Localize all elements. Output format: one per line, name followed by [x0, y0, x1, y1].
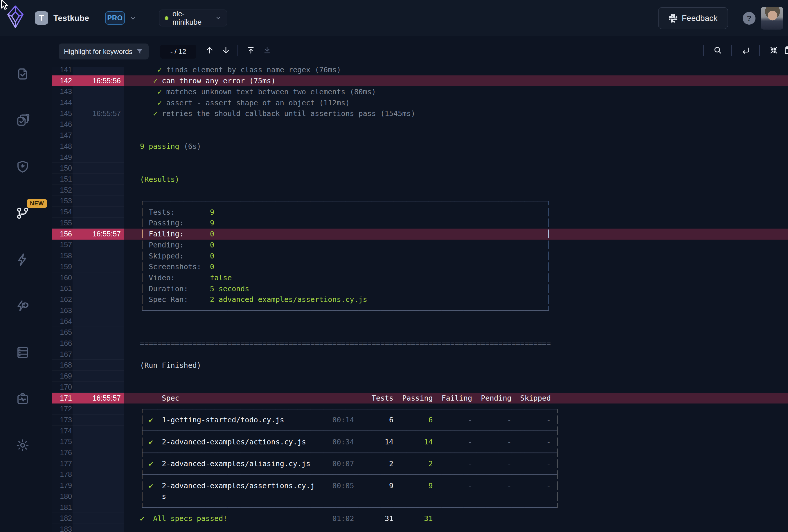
- line-number[interactable]: 173: [52, 414, 73, 426]
- log-row[interactable]: 147: [52, 130, 788, 141]
- line-number[interactable]: 160: [52, 272, 73, 283]
- log-row[interactable]: 17116:55:57 Spec Tests Passing Failing P…: [52, 393, 788, 404]
- log-row[interactable]: 161 │ Duration: 5 seconds │: [52, 283, 788, 294]
- log-row[interactable]: 181 └───────────────────────────────────…: [52, 502, 788, 513]
- log-row[interactable]: 170: [52, 382, 788, 393]
- line-number[interactable]: 144: [52, 97, 73, 108]
- line-number[interactable]: 183: [52, 524, 73, 532]
- line-number[interactable]: 170: [52, 382, 73, 393]
- line-number[interactable]: 178: [52, 469, 73, 480]
- line-number[interactable]: 177: [52, 458, 73, 469]
- log-row[interactable]: 163 └───────────────────────────────────…: [52, 305, 788, 316]
- log-row[interactable]: 159 │ Screenshots: 0 │: [52, 261, 788, 272]
- line-number[interactable]: 154: [52, 207, 73, 218]
- sidebar-item-settings[interactable]: [15, 437, 31, 453]
- sidebar-item-triggers[interactable]: [15, 251, 31, 268]
- wrap-lines-button[interactable]: [739, 44, 752, 57]
- line-number[interactable]: 159: [52, 261, 73, 272]
- line-number[interactable]: 142: [52, 76, 73, 86]
- feedback-button[interactable]: Feedback: [658, 7, 728, 29]
- log-row[interactable]: 179 │ ✔ 2-advanced-examples/assertions.c…: [52, 480, 788, 491]
- log-row[interactable]: 158 │ Skipped: 0 │: [52, 250, 788, 261]
- search-button[interactable]: [711, 44, 724, 57]
- line-number[interactable]: 166: [52, 338, 73, 349]
- help-button[interactable]: ?: [743, 12, 755, 25]
- sidebar-item-tests[interactable]: [15, 66, 31, 82]
- line-number[interactable]: 182: [52, 513, 73, 524]
- log-row[interactable]: 177 │ ✔ 2-advanced-examples/aliasing.cy.…: [52, 458, 788, 469]
- scroll-to-bottom-button[interactable]: [261, 44, 274, 57]
- next-match-button[interactable]: [219, 44, 232, 57]
- keyword-highlight-filter[interactable]: Highlight for keywords: [59, 43, 149, 59]
- log-row[interactable]: 172 ┌───────────────────────────────────…: [52, 404, 788, 414]
- line-number[interactable]: 152: [52, 185, 73, 196]
- line-number[interactable]: 145: [52, 108, 73, 119]
- line-number[interactable]: 165: [52, 327, 73, 338]
- line-number[interactable]: 180: [52, 491, 73, 502]
- line-number[interactable]: 155: [52, 218, 73, 229]
- log-row[interactable]: 144 ✓ assert - assert shape of an object…: [52, 97, 788, 108]
- line-number[interactable]: 149: [52, 152, 73, 163]
- sidebar-item-test-suites[interactable]: [15, 112, 31, 128]
- log-row[interactable]: 169: [52, 371, 788, 382]
- line-number[interactable]: 175: [52, 436, 73, 447]
- line-number[interactable]: 171: [52, 393, 73, 404]
- log-row[interactable]: 146: [52, 119, 788, 130]
- log-row[interactable]: 167: [52, 349, 788, 360]
- line-number[interactable]: 147: [52, 130, 73, 141]
- user-avatar[interactable]: [761, 7, 783, 29]
- log-row[interactable]: 165: [52, 327, 788, 338]
- log-row[interactable]: 153 ┌───────────────────────────────────…: [52, 196, 788, 207]
- log-row[interactable]: 180 │ s │: [52, 491, 788, 502]
- previous-match-button[interactable]: [203, 44, 216, 57]
- line-number[interactable]: 167: [52, 349, 73, 360]
- log-row[interactable]: 149: [52, 152, 788, 163]
- line-number[interactable]: 156: [52, 229, 73, 240]
- log-row[interactable]: 182 ✔ All specs passed! 01:02 31 31 - - …: [52, 513, 788, 524]
- line-number[interactable]: 146: [52, 119, 73, 130]
- log-row[interactable]: 150: [52, 163, 788, 174]
- log-row[interactable]: 154 │ Tests: 9 │: [52, 207, 788, 218]
- log-row[interactable]: 162 │ Spec Ran: 2-advanced-examples/asse…: [52, 294, 788, 305]
- sidebar-item-status-pages[interactable]: [15, 391, 31, 407]
- log-row[interactable]: 168 (Run Finished): [52, 360, 788, 371]
- line-number[interactable]: 181: [52, 502, 73, 513]
- match-counter[interactable]: - / 12: [160, 45, 196, 59]
- log-row[interactable]: 14516:55:57 ✓ retries the should callbac…: [52, 108, 788, 119]
- log-row[interactable]: 166 ====================================…: [52, 338, 788, 349]
- line-number[interactable]: 163: [52, 305, 73, 316]
- log-row[interactable]: 174 ├───────────────────────────────────…: [52, 426, 788, 436]
- sidebar-item-executors[interactable]: [15, 159, 31, 175]
- line-number[interactable]: 172: [52, 404, 73, 414]
- line-number[interactable]: 148: [52, 141, 73, 152]
- log-row[interactable]: 15616:55:57 │ Failing: 0 │: [52, 229, 788, 240]
- line-number[interactable]: 157: [52, 240, 73, 251]
- log-row[interactable]: 160 │ Video: false │: [52, 272, 788, 283]
- log-row[interactable]: 173 │ ✔ 1-getting-started/todo.cy.js 00:…: [52, 414, 788, 426]
- line-number[interactable]: 151: [52, 174, 73, 185]
- line-number[interactable]: 168: [52, 360, 73, 371]
- log-row[interactable]: 152: [52, 185, 788, 196]
- log-row[interactable]: 155 │ Passing: 9 │: [52, 218, 788, 229]
- line-number[interactable]: 162: [52, 294, 73, 305]
- line-number[interactable]: 153: [52, 196, 73, 207]
- log-row[interactable]: 175 │ ✔ 2-advanced-examples/actions.cy.j…: [52, 436, 788, 447]
- sidebar-item-webhooks[interactable]: [15, 298, 31, 314]
- line-number[interactable]: 176: [52, 447, 73, 458]
- collapse-view-button[interactable]: [767, 44, 780, 57]
- line-number[interactable]: 169: [52, 371, 73, 382]
- log-row[interactable]: 143 ✓ matches unknown text between two e…: [52, 86, 788, 97]
- log-row[interactable]: 14216:55:56 ✓ can throw any error (75ms): [52, 76, 788, 86]
- line-number[interactable]: 174: [52, 426, 73, 436]
- line-number[interactable]: 150: [52, 163, 73, 174]
- line-number[interactable]: 158: [52, 250, 73, 261]
- sidebar-item-sources[interactable]: [15, 344, 31, 361]
- log-row[interactable]: 183: [52, 524, 788, 532]
- copy-log-button[interactable]: [781, 44, 788, 57]
- log-row[interactable]: 148 9 passing (6s): [52, 141, 788, 152]
- line-number[interactable]: 161: [52, 283, 73, 294]
- org-chevron-down-icon[interactable]: [130, 15, 136, 22]
- line-number[interactable]: 143: [52, 86, 73, 97]
- log-row[interactable]: 178 ├───────────────────────────────────…: [52, 469, 788, 480]
- line-number[interactable]: 179: [52, 480, 73, 491]
